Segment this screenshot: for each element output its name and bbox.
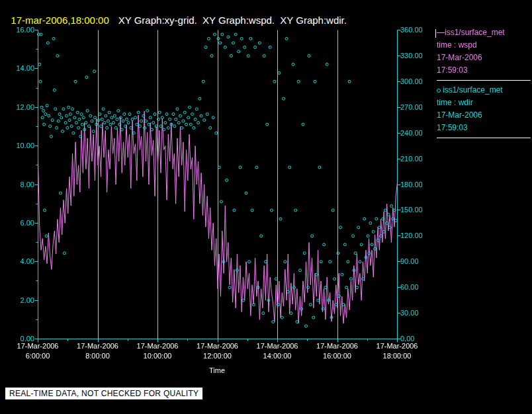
legend-wdir-date: 17-Mar-2006 — [437, 109, 532, 122]
legend-wspd-field: time : wspd — [437, 39, 532, 52]
legend-divider-vertical — [435, 29, 436, 38]
legend-wdir-field: time : wdir — [437, 97, 532, 109]
legend-wdir-time: 17:59:03 — [437, 122, 532, 134]
x-axis-title: Time — [209, 366, 225, 374]
legend-panel: iss1/surface_met time : wspd 17-Mar-2006… — [437, 26, 532, 142]
legend-wspd-time: 17:59:03 — [437, 64, 532, 77]
legend-wspd-source-text: iss1/surface_met — [445, 28, 505, 37]
legend-wdir-source-text: iss1/surface_met — [443, 85, 503, 95]
legend-wdir-source: iss1/surface_met — [437, 84, 532, 97]
wdir-dot-marker-icon — [437, 89, 441, 93]
legend-wspd-source: iss1/surface_met — [437, 26, 532, 39]
legend-separator-1 — [437, 80, 531, 81]
quality-banner: REAL-TIME DATA, NOT CHECKED FOR QUALITY — [5, 388, 202, 399]
wspd-line-marker-icon — [437, 32, 445, 33]
legend-wspd-date: 17-Mar-2006 — [437, 52, 532, 64]
legend-separator-2 — [437, 138, 531, 138]
app-root: { "title": { "timestamp": "17-mar-2006,1… — [0, 0, 532, 414]
